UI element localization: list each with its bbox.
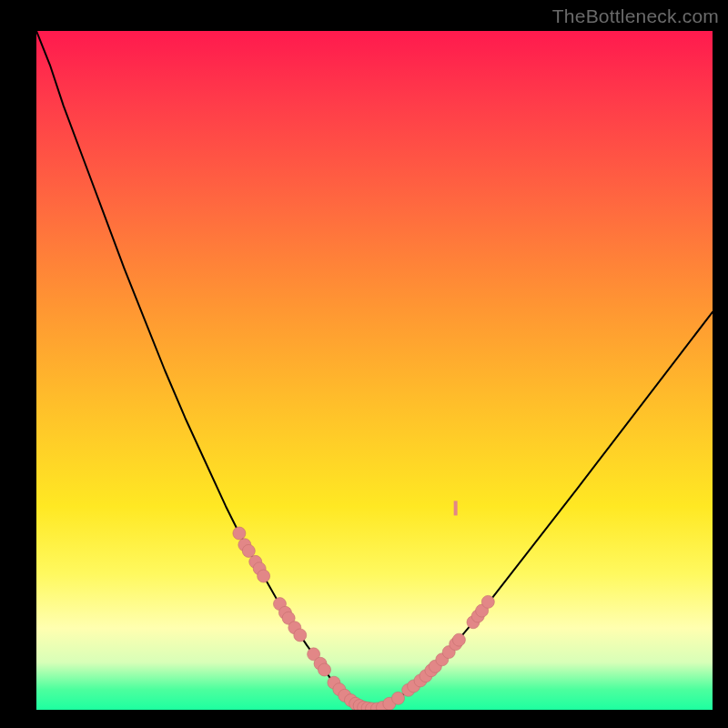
scatter-dot bbox=[392, 692, 405, 704]
plot-area bbox=[36, 31, 713, 710]
scatter-dot bbox=[242, 544, 255, 557]
bottleneck-curve bbox=[36, 31, 713, 709]
scatter-dot bbox=[294, 629, 307, 642]
scatter-dot bbox=[233, 527, 246, 540]
scatter-dot bbox=[258, 570, 270, 582]
chart-frame: TheBottleneck.com bbox=[0, 0, 728, 728]
scatter-dot bbox=[452, 633, 465, 646]
anomaly-tick bbox=[454, 500, 458, 515]
watermark-text: TheBottleneck.com bbox=[552, 5, 719, 27]
scatter-dot bbox=[318, 663, 331, 676]
chart-svg bbox=[36, 31, 713, 710]
scatter-dot bbox=[481, 595, 494, 608]
scatter-dots bbox=[233, 527, 494, 710]
anomaly-mark bbox=[454, 500, 458, 515]
